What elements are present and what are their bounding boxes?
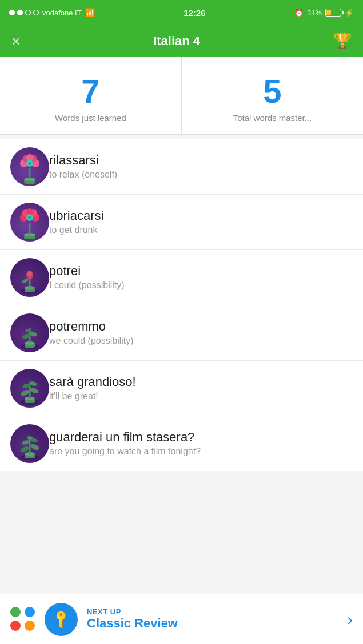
- signal-dots: [9, 10, 39, 15]
- word-italian: sarà grandioso!: [49, 375, 353, 389]
- status-left: vodafone IT 📶: [9, 8, 95, 17]
- battery-fill: [326, 10, 331, 15]
- learned-label: Words just learned: [55, 113, 126, 123]
- wifi-icon: 📶: [85, 8, 95, 17]
- word-content: potrei I could (possibility): [49, 264, 353, 291]
- app-dot-red: [10, 621, 21, 631]
- close-button[interactable]: ×: [11, 34, 20, 49]
- sprout2-svg: [13, 316, 47, 350]
- svg-point-52: [21, 440, 30, 445]
- flower-svg: [13, 152, 47, 186]
- app-dot-green: [10, 607, 21, 617]
- status-bar: vodafone IT 📶 12:26 ⏰ 31% ⚡: [0, 0, 363, 25]
- word-italian: rilassarsi: [49, 153, 353, 168]
- app-dot-blue: [25, 607, 35, 617]
- word-italian: potrei: [49, 264, 353, 279]
- word-content: ubriacarsi to get drunk: [49, 208, 353, 235]
- word-avatar: [10, 313, 49, 352]
- list-item[interactable]: potrei I could (possibility): [0, 250, 363, 305]
- next-up-value: Classic Review: [87, 616, 338, 631]
- word-italian: ubriacarsi: [49, 208, 353, 223]
- signal-dot-2: [17, 10, 23, 15]
- word-content: sarà grandioso! it'll be great!: [49, 375, 353, 401]
- word-english: it'll be great!: [49, 391, 353, 401]
- alarm-icon: ⏰: [294, 9, 304, 17]
- word-list: rilassarsi to relax (oneself) ubriac: [0, 139, 363, 471]
- svg-point-54: [27, 436, 33, 440]
- key-icon: 🔑: [50, 609, 71, 630]
- word-avatar: [10, 369, 49, 408]
- word-content: potremmo we could (possibility): [49, 319, 353, 346]
- word-content: rilassarsi to relax (oneself): [49, 153, 353, 180]
- svg-point-23: [28, 216, 31, 219]
- word-italian: potremmo: [49, 319, 353, 334]
- word-avatar: [10, 147, 49, 186]
- trophy-icon[interactable]: 🏆: [333, 32, 352, 50]
- carrier-label: vodafone IT: [42, 9, 82, 17]
- svg-point-29: [27, 271, 32, 277]
- svg-point-50: [19, 445, 30, 453]
- list-item[interactable]: rilassarsi to relax (oneself): [0, 139, 363, 195]
- mastered-count: 5: [263, 73, 281, 110]
- word-italian: guarderai un film stasera?: [49, 430, 353, 445]
- status-right: ⏰ 31% ⚡: [294, 9, 354, 17]
- words-learned-block: 7 Words just learned: [0, 57, 182, 134]
- stats-section: 7 Words just learned 5 Total words maste…: [0, 57, 363, 135]
- word-english: we could (possibility): [49, 336, 353, 346]
- words-mastered-block: 5 Total words master...: [182, 57, 363, 134]
- mastered-label: Total words master...: [233, 113, 312, 123]
- plant1-svg: [13, 371, 47, 405]
- list-item[interactable]: potremmo we could (possibility): [0, 305, 363, 361]
- battery-percent: 31%: [307, 9, 322, 17]
- word-avatar: [10, 424, 49, 463]
- word-english: to relax (oneself): [49, 170, 353, 180]
- battery-body: [325, 9, 341, 17]
- word-avatar: [10, 258, 49, 297]
- battery-indicator: [325, 9, 341, 17]
- svg-point-43: [29, 387, 39, 395]
- charging-icon: ⚡: [345, 9, 354, 17]
- header-title: Italian 4: [153, 34, 200, 49]
- word-english: are you going to watch a film tonight?: [49, 446, 353, 457]
- next-text-block[interactable]: NEXT UP Classic Review: [87, 607, 338, 631]
- svg-point-42: [20, 389, 30, 397]
- list-item[interactable]: sarà grandioso! it'll be great!: [0, 361, 363, 416]
- sprout1-svg: [13, 260, 47, 295]
- plant2-svg: [13, 426, 47, 461]
- next-button[interactable]: 🔑: [45, 603, 78, 636]
- app-grid: [10, 607, 35, 632]
- next-up-label: NEXT UP: [87, 607, 338, 616]
- word-content: guarderai un film stasera? are you going…: [49, 430, 353, 457]
- word-english: I could (possibility): [49, 280, 353, 291]
- signal-dot-4: [33, 10, 39, 15]
- svg-point-51: [30, 443, 40, 451]
- flower2-svg: [13, 207, 47, 242]
- signal-dot-3: [25, 10, 31, 15]
- header: × Italian 4 🏆: [0, 25, 363, 57]
- word-avatar: [10, 203, 49, 242]
- word-english: to get drunk: [49, 225, 353, 235]
- svg-point-11: [28, 162, 31, 165]
- app-dot-orange: [25, 621, 35, 631]
- list-item[interactable]: ubriacarsi to get drunk: [0, 195, 363, 250]
- learned-count: 7: [81, 73, 99, 110]
- bottom-bar: 🔑 NEXT UP Classic Review ›: [0, 594, 363, 644]
- list-item[interactable]: guarderai un film stasera? are you going…: [0, 416, 363, 471]
- signal-dot-1: [9, 10, 15, 15]
- status-time: 12:26: [184, 8, 205, 18]
- chevron-right-icon[interactable]: ›: [347, 610, 353, 629]
